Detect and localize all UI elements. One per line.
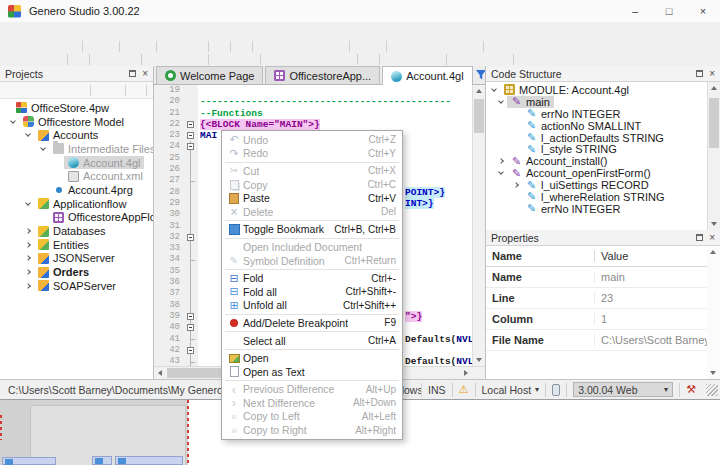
cs-item-main[interactable]: main (488, 96, 707, 108)
context-select-all[interactable]: Select all Ctrl+A (222, 334, 402, 348)
property-row[interactable]: Name main (486, 267, 707, 288)
resize-grip[interactable] (706, 384, 718, 396)
properties-icon[interactable] (73, 84, 87, 97)
add-group-icon[interactable] (59, 84, 73, 97)
scroll-up-icon[interactable] (708, 82, 720, 94)
build-project-icon[interactable] (3, 84, 17, 97)
tree-item-orders[interactable]: Orders (0, 265, 153, 279)
cs-item-errno-integer[interactable]: errNo INTEGER (488, 108, 707, 120)
export-icon[interactable] (368, 40, 383, 53)
new-item-icon[interactable] (31, 84, 45, 97)
tree-item-entities[interactable]: Entities (0, 238, 153, 252)
scroll-down-icon[interactable] (707, 367, 719, 379)
tree-item-account-xml[interactable]: Account.xml (0, 169, 153, 183)
cs-item-l-style-string[interactable]: l_style STRING (488, 143, 707, 155)
expander-chevron-icon[interactable] (25, 242, 31, 248)
expander-chevron-icon[interactable] (10, 118, 16, 124)
tree-item-officestore-4pw[interactable]: OfficeStore.4pw (0, 101, 153, 115)
uppercase-icon[interactable] (145, 53, 160, 66)
mark-icon[interactable] (108, 84, 122, 97)
cs-item-module-account-4gl[interactable]: MODULE: Account.4gl (488, 84, 707, 96)
property-row[interactable]: Column 1 (486, 309, 707, 330)
context-open-as-text[interactable]: Open as Text (222, 365, 402, 379)
tab-account-4gl[interactable]: Account.4gl (382, 66, 472, 85)
expander-chevron-icon[interactable] (25, 269, 31, 275)
split-h-icon[interactable] (264, 53, 279, 66)
fold-toggle-icon[interactable] (184, 345, 198, 356)
scroll-down-icon[interactable] (708, 218, 720, 230)
build-icon[interactable] (256, 40, 271, 53)
merge-view-icon[interactable] (361, 53, 376, 66)
dock-pin-icon[interactable] (129, 70, 136, 77)
scroll-up-icon[interactable] (473, 85, 485, 97)
warning-icon[interactable]: ⚠ (452, 383, 475, 397)
last-diff-icon[interactable] (428, 53, 443, 66)
expander-chevron-icon[interactable] (40, 145, 46, 151)
shift-left-icon[interactable] (450, 53, 465, 66)
fold-toggle-icon[interactable] (184, 119, 198, 130)
code-line[interactable]: 22{<BLOCK Name="MAIN">} (154, 119, 472, 130)
context-cut[interactable]: Cut Ctrl+X (222, 164, 402, 178)
build-all-icon[interactable] (271, 40, 286, 53)
version-selector[interactable]: 3.00.04 Web ▾ (573, 382, 673, 397)
context-open-included-document[interactable]: Open Included Document (222, 240, 402, 254)
context-symbol-definition[interactable]: Symbol Definition Ctrl+Return (222, 254, 402, 268)
undo-icon[interactable] (123, 40, 138, 53)
help-icon[interactable] (487, 40, 502, 53)
split-v-icon[interactable] (279, 53, 294, 66)
zoom-out-icon[interactable] (93, 53, 108, 66)
context-copy-to-right[interactable]: Copy to Right Alt+Right (222, 423, 402, 437)
code-line[interactable]: 21--Functions (154, 108, 472, 119)
context-open[interactable]: Open (222, 351, 402, 365)
compile-all-icon[interactable] (316, 40, 331, 53)
tree-item-officestore-model[interactable]: Officestore Model (0, 115, 153, 129)
run-icon[interactable] (4, 53, 19, 66)
package-icon[interactable] (331, 40, 346, 53)
code-line[interactable]: 19 (154, 85, 472, 96)
context-next-difference[interactable]: Next Difference Alt+Down (222, 396, 402, 410)
expander-chevron-icon[interactable] (25, 200, 31, 206)
tree-item-jsonserver[interactable]: JSONServer (0, 252, 153, 266)
import-icon[interactable] (353, 40, 368, 53)
expander-chevron-icon[interactable] (513, 182, 519, 188)
compile-icon[interactable] (301, 40, 316, 53)
code-structure-scrollbar[interactable] (707, 82, 720, 230)
copy-icon[interactable] (175, 40, 190, 53)
lowercase-icon[interactable] (160, 53, 175, 66)
delete-icon[interactable] (212, 40, 227, 53)
refresh-icon[interactable] (129, 84, 143, 97)
expander-chevron-icon[interactable] (25, 228, 31, 234)
print-icon[interactable] (86, 40, 101, 53)
tab-welcome-page[interactable]: Welcome Page (156, 66, 263, 84)
zoom-in-icon[interactable] (108, 53, 123, 66)
save-icon[interactable] (34, 40, 49, 53)
cs-item-l-actiondefaults-string[interactable]: l_actionDefaults STRING (488, 132, 707, 144)
debug-icon[interactable] (19, 53, 34, 66)
paste-icon[interactable] (190, 40, 205, 53)
cs-item-account-openfirstform[interactable]: Account_openFirstForm() (488, 167, 707, 179)
stop-build-icon[interactable] (405, 40, 420, 53)
split-rows-icon[interactable] (339, 53, 354, 66)
context-copy[interactable]: Copy Ctrl+C (222, 178, 402, 192)
overflow-icon[interactable] (495, 53, 510, 66)
shift-right-icon[interactable] (465, 53, 480, 66)
panel-close-icon[interactable]: × (709, 233, 715, 243)
context-fold[interactable]: Fold Ctrl+- (222, 271, 402, 285)
stop-icon[interactable] (49, 53, 64, 66)
tab-officestore-app[interactable]: OfficestoreApp... (265, 66, 380, 84)
tree-item-intermediate-files[interactable]: Intermediate Files (0, 142, 153, 156)
tree-item-soapserver[interactable]: SOAPServer (0, 279, 153, 293)
tree-item-officestoreappflow-4ba[interactable]: OfficestoreAppFlow.4ba (0, 211, 153, 225)
expander-chevron-icon[interactable] (498, 169, 504, 175)
cs-item-account-install[interactable]: Account_install() (488, 155, 707, 167)
split-corner-icon[interactable] (294, 53, 309, 66)
statusbar-insert-mode[interactable]: INS (421, 383, 452, 397)
tree-item-accounts[interactable]: Accounts (0, 128, 153, 142)
select-frame-icon[interactable] (234, 40, 249, 53)
context-unfold-all[interactable]: Unfold all Ctrl+Shift++ (222, 299, 402, 313)
split-grid-icon[interactable] (309, 53, 324, 66)
context-add-delete-breakpoint[interactable]: Add/Delete Breakpoint F9 (222, 316, 402, 330)
device-icon[interactable] (552, 384, 560, 396)
code-line[interactable]: 20--------------------------------------… (154, 96, 472, 107)
scroll-left-icon[interactable] (154, 367, 166, 379)
